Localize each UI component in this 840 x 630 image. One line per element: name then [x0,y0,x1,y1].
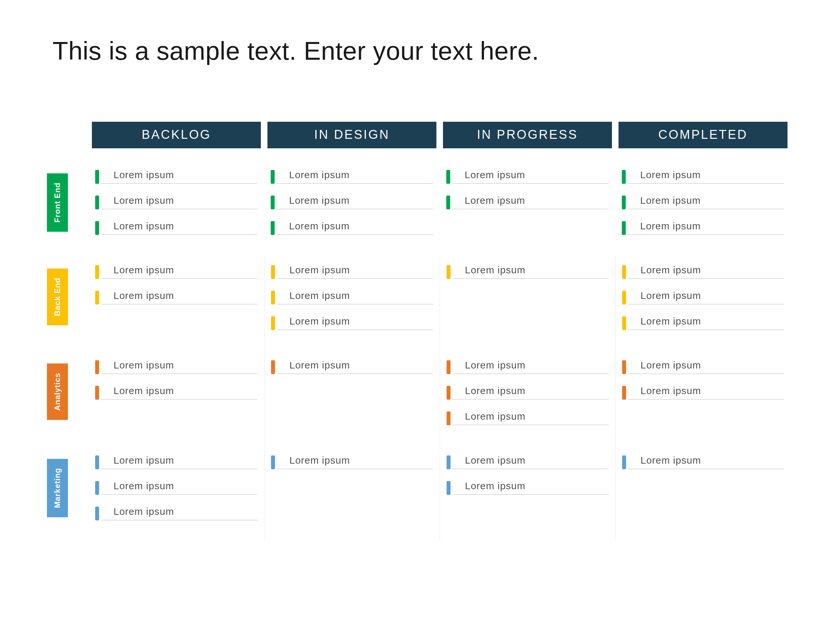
card-text: Lorem ipsum [277,264,433,279]
card-text: Lorem ipsum [101,195,257,209]
kanban-card: Lorem ipsum [95,455,257,469]
cell-backend-in_progress: Lorem ipsum [440,255,615,351]
card-color-bar [95,386,99,399]
cell-frontend-completed: Lorem ipsumLorem ipsumLorem ipsum [615,160,791,255]
lane-label-text: Front End [47,173,68,232]
card-text: Lorem ipsum [628,385,784,399]
kanban-card: Lorem ipsum [447,264,609,279]
card-text: Lorem ipsum [277,316,433,330]
lane-label-backend: Back End [26,255,88,351]
lane-label-text: Back End [47,268,68,325]
column-header-in-design: IN DESIGN [267,122,436,148]
lane-label-frontend: Front End [26,160,88,255]
cell-analytics-backlog: Lorem ipsumLorem ipsum [88,351,264,445]
card-color-bar [95,196,99,209]
card-text: Lorem ipsum [628,290,784,305]
card-color-bar [95,265,99,279]
lane-label-marketing: Marketing [26,445,88,541]
kanban-card: Lorem ipsum [271,316,433,330]
kanban-card: Lorem ipsum [447,411,609,425]
slide: This is a sample text. Enter your text h… [0,0,840,561]
card-color-bar [95,481,99,495]
cell-marketing-completed: Lorem ipsum [615,445,791,541]
column-header-backlog: BACKLOG [92,122,261,148]
card-text: Lorem ipsum [101,480,257,495]
card-text: Lorem ipsum [628,195,784,209]
card-color-bar [271,316,275,330]
cell-analytics-in_design: Lorem ipsum [264,351,440,445]
kanban-card: Lorem ipsum [622,221,784,235]
kanban-card: Lorem ipsum [271,290,433,305]
kanban-card: Lorem ipsum [95,195,257,209]
cell-marketing-in_progress: Lorem ipsumLorem ipsum [440,445,615,541]
card-color-bar [622,170,626,184]
kanban-card: Lorem ipsum [271,264,433,279]
card-color-bar [622,221,626,235]
kanban-card: Lorem ipsum [622,455,784,469]
card-color-bar [622,360,626,374]
cell-frontend-backlog: Lorem ipsumLorem ipsumLorem ipsum [88,160,264,255]
card-text: Lorem ipsum [101,169,257,184]
card-text: Lorem ipsum [628,455,784,469]
card-text: Lorem ipsum [276,169,433,184]
card-color-bar [95,360,99,374]
card-text: Lorem ipsum [453,411,609,425]
cell-analytics-in_progress: Lorem ipsumLorem ipsumLorem ipsum [440,351,615,445]
column-header-in-progress: IN PROGRESS [443,122,612,148]
card-color-bar [271,265,275,279]
card-color-bar [271,196,275,209]
kanban-card: Lorem ipsum [622,360,784,374]
card-color-bar [446,170,450,184]
card-color-bar [622,316,626,330]
card-text: Lorem ipsum [453,360,609,374]
card-color-bar [271,221,275,235]
card-text: Lorem ipsum [101,455,257,469]
card-text: Lorem ipsum [277,360,433,374]
cell-backend-completed: Lorem ipsumLorem ipsumLorem ipsum [615,255,791,351]
kanban-card: Lorem ipsum [622,385,784,399]
card-color-bar [271,291,275,305]
card-color-bar [622,386,626,399]
card-text: Lorem ipsum [628,316,784,330]
card-color-bar [447,412,450,425]
card-color-bar [95,291,99,305]
cell-marketing-backlog: Lorem ipsumLorem ipsumLorem ipsum [88,445,264,541]
cell-backend-in_design: Lorem ipsumLorem ipsumLorem ipsum [264,255,440,351]
card-color-bar [622,196,626,209]
kanban-card: Lorem ipsum [622,290,784,305]
card-color-bar [447,455,450,469]
card-text: Lorem ipsum [628,264,784,279]
card-color-bar [622,265,626,279]
kanban-card: Lorem ipsum [271,455,433,469]
kanban-card: Lorem ipsum [95,480,257,495]
kanban-card: Lorem ipsum [95,360,257,374]
card-text: Lorem ipsum [453,480,609,495]
cell-marketing-in_design: Lorem ipsum [264,445,440,541]
kanban-card: Lorem ipsum [447,455,609,469]
card-text: Lorem ipsum [101,290,257,305]
kanban-card: Lorem ipsum [622,316,784,330]
card-text: Lorem ipsum [276,195,433,209]
cell-frontend-in_progress: Lorem ipsumLorem ipsum [440,160,615,255]
card-text: Lorem ipsum [277,455,433,469]
kanban-card: Lorem ipsum [447,360,609,374]
card-text: Lorem ipsum [101,385,257,399]
kanban-board: BACKLOG IN DESIGN IN PROGRESS COMPLETED … [26,122,791,541]
kanban-card: Lorem ipsum [271,195,433,209]
card-color-bar [622,455,626,469]
cell-analytics-completed: Lorem ipsumLorem ipsum [615,351,791,445]
card-color-bar [95,170,99,184]
card-text: Lorem ipsum [453,385,609,399]
kanban-card: Lorem ipsum [95,506,257,520]
card-text: Lorem ipsum [101,221,257,235]
kanban-card: Lorem ipsum [447,385,609,399]
header-spacer [26,122,88,160]
card-color-bar [95,507,99,520]
card-color-bar [271,455,275,469]
card-text: Lorem ipsum [101,360,257,374]
card-color-bar [447,481,450,495]
card-color-bar [271,170,275,184]
card-text: Lorem ipsum [452,195,609,209]
card-color-bar [447,386,450,399]
card-text: Lorem ipsum [453,455,609,469]
